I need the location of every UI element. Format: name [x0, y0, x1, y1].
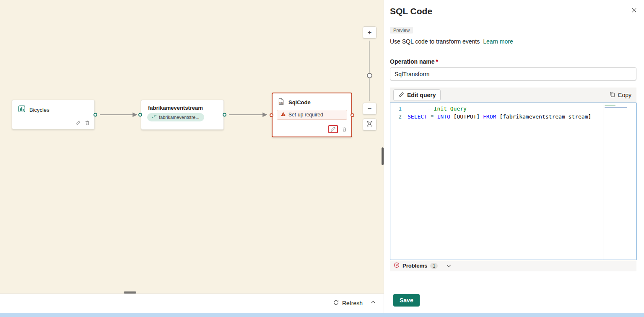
refresh-icon [333, 299, 339, 307]
minimap-line [605, 107, 627, 108]
node-bicycles[interactable]: Bicycles [12, 100, 95, 129]
fit-to-screen-button[interactable] [363, 119, 377, 131]
panel-description: Use SQL code to transform events Learn m… [390, 38, 513, 45]
node-bicycles-label: Bicycles [29, 107, 49, 113]
line-numbers: 12 [390, 103, 406, 260]
input-port[interactable] [138, 113, 142, 117]
edit-query-button[interactable]: Edit query [393, 89, 441, 101]
refresh-button[interactable]: Refresh [333, 299, 363, 307]
edit-node-icon-highlighted[interactable] [328, 125, 338, 133]
required-asterisk: * [436, 58, 438, 65]
zoom-in-button[interactable]: + [363, 26, 377, 39]
pencil-icon [398, 92, 404, 99]
zoom-slider-handle[interactable] [367, 73, 372, 78]
sql-code-panel: SQL Code Preview Use SQL code to transfo… [384, 0, 644, 313]
warning-triangle-icon [280, 111, 286, 118]
setup-required-label: Set-up required [288, 112, 323, 118]
taskbar-edge [0, 313, 644, 317]
collapse-chevron-icon[interactable] [370, 299, 376, 307]
node-eventstream-label: fabrikameventstream [148, 105, 203, 111]
minimap[interactable] [603, 103, 631, 260]
expand-problems-chevron-icon[interactable] [446, 263, 452, 268]
zoom-out-button[interactable]: − [363, 103, 377, 115]
edge-connections [0, 0, 384, 294]
input-port[interactable] [270, 113, 273, 117]
eventstream-editor-screen: Bicycles fabrikameventstream fab [0, 0, 644, 317]
svg-text:SQL: SQL [279, 102, 283, 104]
problems-bar[interactable]: Problems 1 [390, 260, 636, 271]
refresh-label: Refresh [342, 300, 363, 307]
bicycles-source-icon [18, 105, 26, 114]
edit-query-label: Edit query [407, 92, 436, 98]
problems-count-badge: 1 [430, 263, 438, 269]
copy-button[interactable]: Copy [609, 91, 631, 99]
copy-icon [609, 91, 615, 99]
delete-node-icon[interactable] [85, 120, 90, 126]
stream-pill[interactable]: fabrikameventstre... [147, 113, 204, 121]
code-lines[interactable]: --Init QuerySELECT * INTO [OUTPUT] FROM … [406, 103, 636, 260]
editor-toolbar: Edit query Copy [390, 88, 636, 103]
node-sqlcode[interactable]: SQL SqlCode Set-up required [272, 93, 352, 137]
error-circle-icon [394, 262, 400, 270]
output-port[interactable] [351, 113, 354, 117]
minimap-line [605, 105, 615, 106]
operation-name-input[interactable] [390, 67, 636, 80]
node-sqlcode-label: SqlCode [288, 99, 311, 106]
delete-node-icon[interactable] [342, 126, 347, 132]
output-port[interactable] [223, 113, 226, 117]
stream-pill-label: fabrikameventstre... [159, 115, 200, 120]
output-port[interactable] [93, 113, 97, 116]
copy-label: Copy [618, 92, 631, 98]
save-button[interactable]: Save [393, 294, 420, 307]
plus-icon: + [368, 28, 372, 37]
close-icon [631, 7, 637, 15]
minus-icon: − [368, 105, 372, 113]
panel-title: SQL Code [390, 6, 432, 16]
preview-badge: Preview [390, 27, 413, 34]
zoom-slider-track[interactable] [369, 41, 370, 101]
editor-section: Edit query Copy 12 --Init QuerySELECT * … [390, 88, 636, 271]
canvas-footer: Refresh [0, 294, 384, 312]
operation-name-label: Operation name* [390, 58, 438, 65]
setup-required-badge: Set-up required [277, 110, 347, 120]
eventstream-canvas[interactable]: Bicycles fabrikameventstream fab [0, 0, 384, 294]
sql-document-icon: SQL [278, 98, 285, 107]
fit-to-screen-icon [366, 121, 373, 129]
edit-node-icon[interactable] [75, 120, 81, 126]
stream-icon [152, 114, 157, 120]
close-panel-button[interactable] [631, 7, 637, 15]
description-text: Use SQL code to transform events [390, 38, 480, 45]
sql-code-editor[interactable]: 12 --Init QuerySELECT * INTO [OUTPUT] FR… [390, 103, 636, 260]
node-eventstream[interactable]: fabrikameventstream fabrikameventstre... [141, 100, 224, 130]
learn-more-link[interactable]: Learn more [483, 38, 513, 45]
problems-label: Problems [402, 263, 427, 269]
